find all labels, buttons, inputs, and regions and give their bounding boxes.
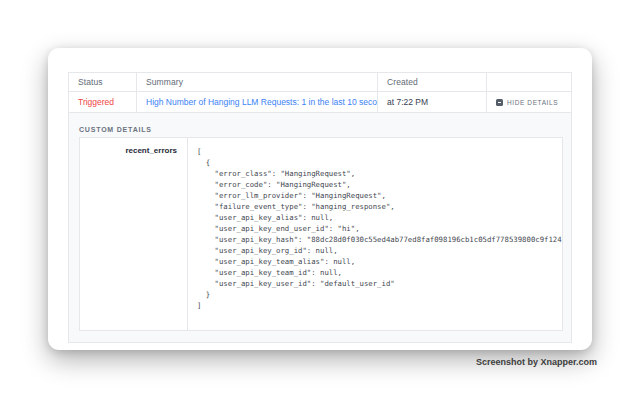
column-header-created: Created	[378, 73, 487, 91]
alert-summary-cell: High Number of Hanging LLM Requests: 1 i…	[137, 92, 378, 112]
details-key-recent-errors: recent_errors	[80, 138, 188, 330]
alerts-table: Status Summary Created Triggered High Nu…	[68, 72, 572, 343]
alert-table-row: Triggered High Number of Hanging LLM Req…	[69, 92, 571, 113]
details-box: recent_errors [ { "error_class": "Hangin…	[79, 137, 563, 331]
watermark-text: Screenshot by Xnapper.com	[476, 357, 597, 367]
alert-status-cell: Triggered	[69, 92, 137, 112]
custom-details-heading: CUSTOM DETAILS	[79, 126, 561, 133]
custom-details-panel: CUSTOM DETAILS recent_errors [ { "error_…	[69, 113, 571, 342]
table-header-row: Status Summary Created	[69, 73, 571, 92]
created-timestamp: at 7:22 PM	[387, 97, 428, 107]
column-header-summary: Summary	[137, 73, 378, 91]
column-header-status: Status	[69, 73, 137, 91]
details-json-value: [ { "error_class": "HangingRequest", "er…	[188, 138, 562, 330]
column-header-actions	[487, 73, 571, 91]
alert-details-card: Status Summary Created Triggered High Nu…	[48, 48, 592, 350]
status-badge: Triggered	[78, 97, 114, 107]
collapse-minus-icon	[496, 99, 503, 106]
alert-summary-link[interactable]: High Number of Hanging LLM Requests: 1 i…	[146, 97, 378, 107]
hide-details-button[interactable]: HIDE DETAILS	[496, 99, 558, 106]
alert-created-cell: at 7:22 PM	[378, 92, 487, 112]
page-background: Status Summary Created Triggered High Nu…	[0, 0, 640, 416]
minus-bar	[498, 102, 502, 103]
hide-details-label: HIDE DETAILS	[507, 99, 558, 106]
alert-actions-cell: HIDE DETAILS	[487, 92, 571, 112]
